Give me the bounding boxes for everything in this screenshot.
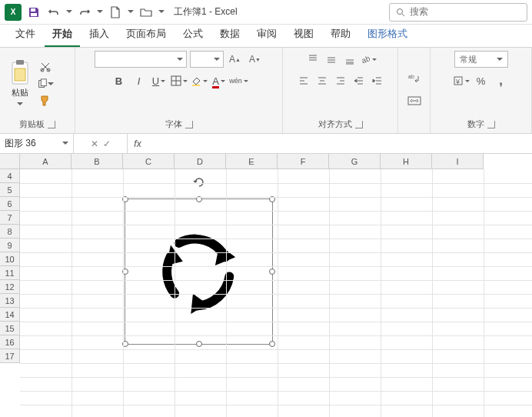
row-header-8[interactable]: 8: [0, 225, 20, 239]
row-header-16[interactable]: 16: [0, 335, 20, 349]
col-header-E[interactable]: E: [226, 154, 278, 169]
row-header-15[interactable]: 15: [0, 322, 20, 335]
increase-indent-icon[interactable]: [369, 72, 386, 89]
format-painter-icon[interactable]: [37, 94, 54, 108]
tab-7[interactable]: 视图: [286, 22, 321, 47]
fill-color-button[interactable]: [190, 72, 208, 89]
font-dialog-launcher-icon[interactable]: [185, 121, 193, 128]
number-format-combo[interactable]: 常规: [454, 51, 508, 68]
tab-9[interactable]: 图形格式: [360, 22, 415, 47]
cancel-formula-icon[interactable]: ✕: [91, 138, 98, 149]
col-header-F[interactable]: F: [278, 154, 329, 169]
window-title: 工作簿1 - Excel: [174, 5, 238, 18]
svg-point-2: [397, 8, 403, 14]
search-placeholder: 搜索: [410, 5, 428, 18]
rotate-handle-icon[interactable]: [193, 176, 205, 188]
qat-customize-icon[interactable]: [158, 10, 165, 16]
search-input[interactable]: 搜索: [389, 3, 527, 22]
underline-button[interactable]: U: [150, 72, 168, 89]
tab-6[interactable]: 审阅: [249, 22, 284, 47]
svg-rect-1: [31, 13, 37, 16]
redo-icon[interactable]: [77, 5, 92, 20]
row-header-13[interactable]: 13: [0, 294, 20, 308]
copy-icon[interactable]: [37, 77, 54, 91]
row-header-5[interactable]: 5: [0, 183, 20, 197]
tab-5[interactable]: 数据: [212, 22, 248, 47]
accounting-format-icon[interactable]: ¥: [452, 72, 470, 89]
tab-0[interactable]: 文件: [8, 22, 43, 47]
tab-4[interactable]: 公式: [175, 22, 211, 47]
clipboard-group-label: 剪贴板: [19, 118, 45, 130]
col-header-B[interactable]: B: [71, 154, 123, 169]
col-header-G[interactable]: G: [329, 154, 381, 169]
italic-button[interactable]: I: [130, 72, 148, 89]
fx-icon[interactable]: fx: [128, 134, 148, 153]
align-middle-icon[interactable]: [323, 51, 340, 68]
resize-handle-e[interactable]: [269, 269, 275, 275]
name-box[interactable]: 图形 36: [0, 134, 74, 153]
col-header-A[interactable]: A: [20, 154, 71, 169]
font-size-combo[interactable]: [190, 51, 224, 68]
align-right-icon[interactable]: [332, 72, 349, 89]
percent-format-icon[interactable]: %: [472, 72, 490, 89]
new-file-icon[interactable]: [108, 5, 123, 20]
font-name-combo[interactable]: [95, 51, 187, 68]
select-all-corner[interactable]: [0, 154, 20, 169]
increase-font-icon[interactable]: A▲: [227, 51, 244, 68]
row-header-17[interactable]: 17: [0, 349, 20, 363]
align-dialog-launcher-icon[interactable]: [355, 121, 363, 128]
resize-handle-se[interactable]: [269, 341, 275, 347]
col-header-D[interactable]: D: [175, 154, 226, 169]
row-header-12[interactable]: 12: [0, 280, 20, 294]
clipboard-dialog-launcher-icon[interactable]: [48, 121, 55, 128]
tab-1[interactable]: 开始: [45, 22, 80, 47]
paste-dropdown-icon[interactable]: [17, 102, 23, 108]
row-header-6[interactable]: 6: [0, 197, 20, 211]
save-icon[interactable]: [26, 5, 42, 20]
redo-dropdown-icon[interactable]: [97, 10, 103, 16]
undo-icon[interactable]: [46, 5, 62, 20]
number-dialog-launcher-icon[interactable]: [487, 121, 495, 128]
clipboard-icon: [9, 59, 31, 85]
align-left-icon[interactable]: [295, 72, 312, 89]
comma-format-icon[interactable]: ,: [492, 72, 510, 89]
border-button[interactable]: [170, 72, 188, 89]
search-icon: [396, 8, 405, 17]
row-header-4[interactable]: 4: [0, 169, 20, 183]
resize-handle-s[interactable]: [196, 341, 202, 347]
merge-cells-icon[interactable]: [406, 92, 423, 109]
enter-formula-icon[interactable]: ✓: [103, 138, 111, 149]
tab-2[interactable]: 插入: [81, 22, 117, 47]
phonetic-guide-button[interactable]: wén: [230, 72, 248, 89]
orientation-icon[interactable]: ab: [360, 51, 377, 68]
row-header-14[interactable]: 14: [0, 308, 20, 322]
tab-8[interactable]: 帮助: [323, 22, 358, 47]
cut-icon[interactable]: [37, 60, 54, 74]
tab-3[interactable]: 页面布局: [118, 22, 174, 47]
new-file-dropdown-icon[interactable]: [128, 10, 134, 16]
paste-label: 粘贴: [12, 87, 28, 98]
selected-shape[interactable]: [125, 198, 273, 345]
formula-bar-input[interactable]: [148, 134, 532, 153]
row-header-10[interactable]: 10: [0, 252, 20, 266]
row-header-9[interactable]: 9: [0, 239, 20, 252]
svg-rect-0: [31, 8, 35, 12]
decrease-indent-icon[interactable]: [351, 72, 367, 89]
row-header-11[interactable]: 11: [0, 266, 20, 280]
undo-dropdown-icon[interactable]: [66, 10, 72, 16]
row-header-7[interactable]: 7: [0, 211, 20, 225]
col-header-C[interactable]: C: [123, 154, 175, 169]
col-header-I[interactable]: I: [432, 154, 484, 169]
decrease-font-icon[interactable]: A▼: [247, 51, 264, 68]
align-top-icon[interactable]: [304, 51, 321, 68]
ribbon-tabs: 文件开始插入页面布局公式数据审阅视图帮助图形格式: [0, 25, 532, 48]
bold-button[interactable]: B: [110, 72, 128, 89]
open-folder-icon[interactable]: [138, 5, 154, 20]
align-bottom-icon[interactable]: [341, 51, 358, 68]
font-color-button[interactable]: A: [210, 72, 228, 89]
paste-button[interactable]: 粘贴: [6, 59, 34, 108]
align-center-icon[interactable]: [314, 72, 331, 89]
col-header-H[interactable]: H: [381, 154, 432, 169]
excel-app-icon: X: [5, 4, 22, 21]
wrap-text-icon[interactable]: ab: [406, 71, 423, 88]
